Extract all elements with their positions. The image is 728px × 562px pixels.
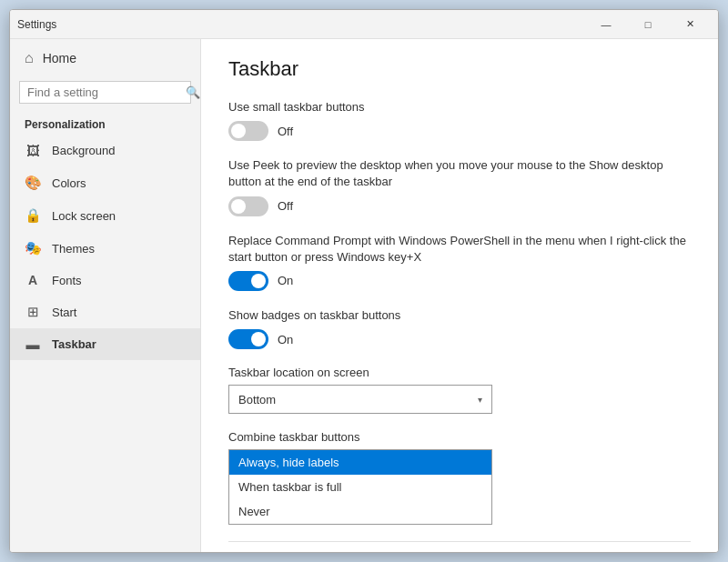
toggle2-thumb [231, 199, 246, 214]
toggle1-state: Off [278, 125, 293, 138]
window-controls: — □ ✕ [585, 10, 711, 39]
sidebar-item-fonts[interactable]: A Fonts [10, 265, 200, 296]
sidebar-item-lock-screen[interactable]: 🔒 Lock screen [10, 199, 200, 232]
taskbar-icon: ▬ [25, 336, 41, 352]
lock-screen-icon: 🔒 [25, 207, 41, 224]
fonts-icon: A [25, 273, 41, 287]
window-content: ⌂ Home 🔍 Personalization 🖼 Background 🎨 … [10, 39, 718, 552]
toggle3-thumb [251, 274, 266, 288]
toggle3-switch[interactable] [228, 271, 268, 291]
search-box: 🔍 [19, 81, 191, 104]
minimize-button[interactable]: — [585, 10, 627, 39]
notification-area-title: Notification area [228, 541, 691, 552]
toggle1-thumb [231, 124, 246, 138]
combine-option-never[interactable]: Never [229, 499, 491, 524]
toggle3-row: On [228, 271, 691, 291]
sidebar-item-fonts-label: Fonts [52, 274, 82, 287]
page-title: Taskbar [228, 57, 691, 81]
sidebar-item-themes-label: Themes [52, 242, 95, 256]
taskbar-location-label: Taskbar location on screen [228, 366, 691, 379]
toggle2-row: Off [228, 196, 691, 216]
toggle1-label: Use small taskbar buttons [228, 99, 691, 115]
notification-area-section: Notification area Select which icons app… [228, 541, 691, 552]
toggle2-description: Use Peek to preview the desktop when you… [228, 157, 691, 190]
sidebar-item-lock-screen-label: Lock screen [52, 209, 116, 223]
sidebar-item-background-label: Background [52, 144, 115, 157]
toggle1-switch[interactable] [228, 121, 268, 141]
window-title: Settings [17, 18, 585, 31]
home-icon: ⌂ [25, 50, 34, 66]
sidebar-item-taskbar[interactable]: ▬ Taskbar [10, 328, 200, 360]
sidebar-item-start[interactable]: ⊞ Start [10, 296, 200, 328]
chevron-down-icon: ▾ [478, 395, 482, 405]
search-input[interactable] [27, 85, 180, 99]
maximize-button[interactable]: □ [627, 10, 669, 39]
title-bar: Settings — □ ✕ [10, 10, 718, 39]
sidebar-item-background[interactable]: 🖼 Background [10, 135, 200, 166]
sidebar-item-taskbar-label: Taskbar [52, 337, 96, 351]
sidebar-item-colors[interactable]: 🎨 Colors [10, 166, 200, 199]
toggle4-description: Show badges on taskbar buttons [228, 307, 691, 324]
themes-icon: 🎭 [25, 240, 41, 256]
background-icon: 🖼 [25, 143, 41, 158]
toggle3-description: Replace Command Prompt with Windows Powe… [228, 233, 691, 266]
toggle4-thumb [251, 332, 266, 346]
sidebar-item-colors-label: Colors [52, 176, 86, 190]
main-content: Taskbar Use small taskbar buttons Off Us… [201, 39, 718, 552]
taskbar-location-value: Bottom [238, 393, 276, 406]
toggle3-state: On [278, 274, 293, 287]
sidebar-item-home[interactable]: ⌂ Home [10, 39, 200, 77]
toggle4-switch[interactable] [228, 329, 268, 349]
close-button[interactable]: ✕ [669, 10, 711, 39]
taskbar-location-container: Taskbar location on screen Bottom ▾ [228, 366, 691, 414]
combine-buttons-list: Always, hide labels When taskbar is full… [228, 449, 492, 525]
toggle4-state: On [278, 333, 293, 346]
combine-option-when-full[interactable]: When taskbar is full [229, 475, 491, 499]
settings-window: Settings — □ ✕ ⌂ Home 🔍 Personalization … [9, 9, 719, 553]
colors-icon: 🎨 [25, 175, 41, 191]
home-label: Home [43, 51, 76, 65]
toggle4-row: On [228, 329, 691, 349]
search-icon: 🔍 [186, 85, 200, 99]
taskbar-location-dropdown[interactable]: Bottom ▾ [228, 385, 492, 414]
sidebar: ⌂ Home 🔍 Personalization 🖼 Background 🎨 … [10, 39, 201, 552]
sidebar-item-start-label: Start [52, 306, 76, 319]
combine-buttons-section: Combine taskbar buttons Always, hide lab… [228, 430, 691, 525]
sidebar-item-themes[interactable]: 🎭 Themes [10, 232, 200, 265]
start-icon: ⊞ [25, 304, 41, 320]
toggle2-state: Off [278, 199, 293, 213]
combine-option-always[interactable]: Always, hide labels [229, 450, 491, 475]
toggle2-switch[interactable] [228, 196, 268, 216]
toggle1-row: Off [228, 121, 691, 141]
sidebar-section-title: Personalization [10, 111, 200, 135]
combine-buttons-label: Combine taskbar buttons [228, 430, 691, 444]
